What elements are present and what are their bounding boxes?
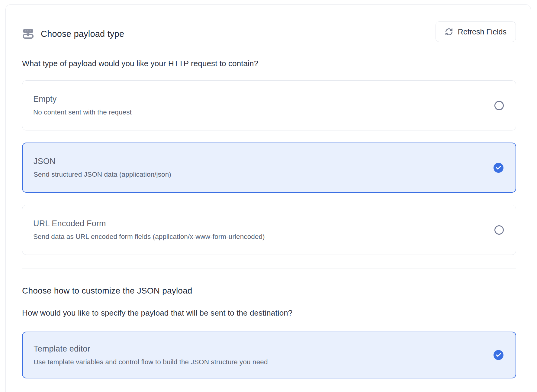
customize-options: Template editor Use template variables a… [22,332,516,378]
option-title: Template editor [34,344,268,354]
option-empty-text: Empty No content sent with the request [33,95,132,116]
customize-section-heading: Choose how to customize the JSON payload [22,286,516,296]
refresh-fields-label: Refresh Fields [458,27,506,36]
option-template-editor[interactable]: Template editor Use template variables a… [22,332,516,378]
customize-question: How would you like to specify the payloa… [22,308,516,318]
option-title: JSON [34,157,171,166]
refresh-fields-button[interactable]: Refresh Fields [436,21,516,42]
option-description: Use template variables and control flow … [34,358,268,366]
radio-circle-icon[interactable] [494,101,504,110]
payload-download-icon [22,28,34,40]
option-description: Send data as URL encoded form fields (ap… [33,233,265,241]
option-json[interactable]: JSON Send structured JSON data (applicat… [22,143,516,193]
option-description: Send structured JSON data (application/j… [34,171,171,178]
radio-circle-icon[interactable] [494,225,504,235]
page-title: Choose payload type [41,29,124,39]
section-divider [22,268,516,268]
option-title: URL Encoded Form [33,219,265,228]
refresh-icon [445,28,453,36]
option-json-text: JSON Send structured JSON data (applicat… [34,157,171,178]
payload-type-question: What type of payload would you like your… [22,59,516,68]
option-template-editor-text: Template editor Use template variables a… [34,344,268,366]
option-url-encoded-text: URL Encoded Form Send data as URL encode… [33,219,265,241]
check-circle-icon[interactable] [494,350,503,360]
payload-type-options: Empty No content sent with the request J… [22,80,516,255]
panel-header-left: Choose payload type [22,21,124,40]
payload-config-panel: Choose payload type Refresh Fields What … [5,4,531,392]
option-title: Empty [33,95,132,104]
check-circle-icon[interactable] [494,163,503,173]
option-empty[interactable]: Empty No content sent with the request [22,80,516,130]
option-url-encoded-form[interactable]: URL Encoded Form Send data as URL encode… [22,205,516,255]
option-description: No content sent with the request [33,108,132,116]
panel-header: Choose payload type Refresh Fields [22,21,516,44]
